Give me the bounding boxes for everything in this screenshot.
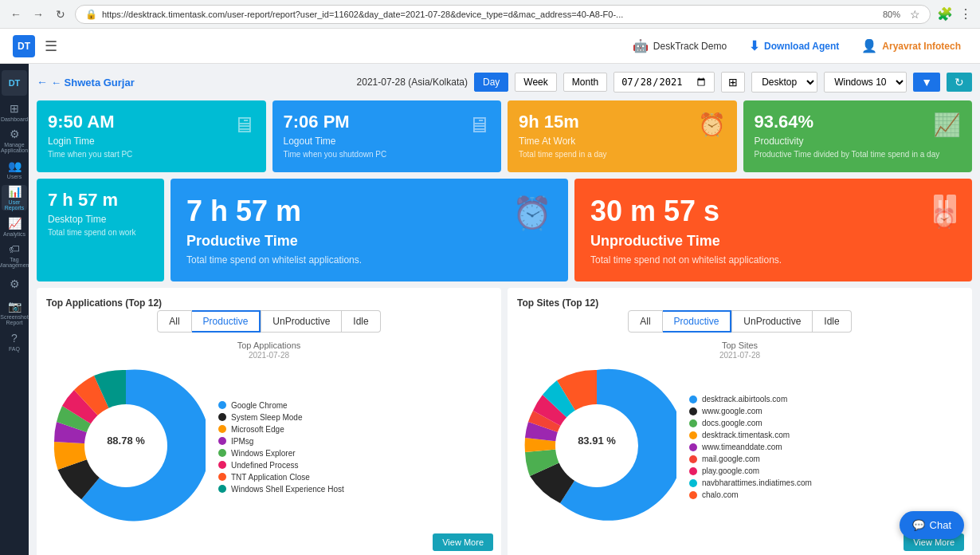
- time-at-work-icon: ⏰: [698, 112, 726, 138]
- big-stats-row: 7 h 57 m Desktop Time Total time spend o…: [37, 179, 972, 281]
- legend-site-mail: mail.google.com: [689, 455, 812, 463]
- btn-day[interactable]: Day: [474, 73, 508, 92]
- sidebar-logo: DT: [2, 70, 27, 96]
- timedate-label: www.timeanddate.com: [702, 443, 782, 451]
- sidebar-item-manage-app[interactable]: ⚙ Manage Application: [2, 128, 27, 153]
- desktrack-dot: [689, 431, 697, 439]
- sidebar-item-faq[interactable]: ? FAQ: [2, 329, 27, 354]
- main-layout: DT ⊞ Dashboard ⚙ Manage Application 👥 Us…: [0, 64, 980, 555]
- date-picker[interactable]: [613, 72, 715, 92]
- desktop-time-card: 7 h 57 m Desktop Time Total time spend o…: [37, 179, 164, 281]
- navbharat-dot: [689, 479, 697, 487]
- play-label: play.google.com: [702, 466, 759, 475]
- sleep-dot: [218, 413, 226, 421]
- device-select[interactable]: Desktop: [751, 72, 817, 92]
- legend-site-desktrack: desktrack.timentask.com: [689, 431, 812, 439]
- user-name: ← Shweta Gurjar: [51, 77, 135, 89]
- screenshot-icon: 📷: [8, 300, 22, 313]
- desktrack-aibit-label: desktrack.aibirtools.com: [702, 395, 787, 403]
- explorer-label: Windows Explorer: [231, 449, 296, 458]
- login-time-desc: Time when you start PC: [48, 150, 255, 159]
- apps-tab-all[interactable]: All: [157, 310, 191, 333]
- sites-tab-unproductive[interactable]: UnProductive: [731, 310, 813, 333]
- docs-label: docs.google.com: [702, 419, 762, 427]
- legend-item-chrome: Google Chrome: [218, 401, 344, 410]
- apps-tab-unproductive[interactable]: UnProductive: [261, 310, 342, 333]
- forward-button[interactable]: →: [30, 6, 46, 22]
- sites-pie-area: 83.91 % desktrack.aibirtools.com www.goo…: [517, 366, 962, 528]
- productive-time-card: ⏰ 7 h 57 m Productive Time Total time sp…: [171, 179, 568, 281]
- stat-cards-row: 9:50 AM Login Time Time when you start P…: [37, 100, 972, 172]
- chalo-dot: [689, 491, 697, 499]
- dashboard-label: Dashboard: [1, 116, 28, 122]
- legend-item-edge: Microsoft Edge: [218, 425, 344, 434]
- users-label: Users: [7, 174, 22, 179]
- analytics-icon: 📈: [8, 217, 22, 230]
- time-at-work-label: Time At Work: [519, 136, 726, 147]
- desktrack-aibit-dot: [689, 396, 697, 403]
- sites-tab-idle[interactable]: Idle: [813, 310, 851, 333]
- user-profile-item[interactable]: 👤 Aryavrat Infotech: [855, 35, 967, 57]
- legend-site-navbharat: navbharattimes.indiatimes.com: [689, 478, 812, 487]
- filter-button[interactable]: ▼: [913, 73, 940, 92]
- grid-view-btn[interactable]: ⊞: [721, 72, 745, 92]
- top-sites-title: Top Sites (Top 12): [517, 297, 962, 309]
- url-bar[interactable]: 🔒 https://desktrack.timentask.com/user-r…: [75, 5, 931, 24]
- legend-site-desktrack-aibit: desktrack.aibirtools.com: [689, 395, 812, 403]
- sidebar-item-analytics[interactable]: 📈 Analytics: [2, 214, 27, 239]
- reload-button[interactable]: ↻: [53, 6, 69, 22]
- time-at-work-value: 9h 15m: [519, 112, 726, 132]
- chat-icon: 💬: [912, 519, 925, 531]
- apps-tab-idle[interactable]: Idle: [342, 310, 380, 333]
- download-agent-item[interactable]: ⬇ Download Agent: [743, 35, 845, 57]
- menu-icon[interactable]: ⋮: [959, 6, 972, 22]
- back-link[interactable]: ← ← Shweta Gurjar: [37, 76, 135, 89]
- users-icon: 👥: [8, 159, 22, 172]
- back-arrow: ←: [37, 76, 48, 89]
- legend-item-sleep: System Sleep Mode: [218, 413, 344, 422]
- shell-label: Windows Shell Experience Host: [231, 485, 344, 494]
- sidebar-item-screenshot[interactable]: 📷 Screenshot Report: [2, 300, 27, 325]
- mail-label: mail.google.com: [702, 455, 760, 463]
- login-time-icon: 🖥: [233, 112, 255, 138]
- download-label: Download Agent: [764, 41, 839, 52]
- sites-tab-productive[interactable]: Productive: [663, 310, 732, 333]
- svg-text:88.78 %: 88.78 %: [107, 435, 145, 447]
- legend-site-chalo: chalo.com: [689, 490, 812, 499]
- hamburger-menu[interactable]: ☰: [45, 37, 57, 55]
- logout-time-icon: 🖥: [468, 112, 490, 138]
- sidebar-item-tags[interactable]: 🏷 Tag Management: [2, 242, 27, 268]
- apps-pie-chart: 88.78 %: [46, 366, 206, 528]
- tags-label: Tag Management: [0, 257, 29, 268]
- explorer-dot: [218, 449, 226, 457]
- desktrack-label: desktrack.timentask.com: [702, 431, 790, 439]
- apps-tab-productive[interactable]: Productive: [192, 310, 261, 333]
- chalo-label: chalo.com: [702, 490, 739, 499]
- productivity-value: 93.64%: [755, 112, 962, 132]
- analytics-label: Analytics: [3, 231, 25, 237]
- sidebar-item-reports[interactable]: 📊 User Reports: [2, 185, 27, 211]
- sidebar-item-settings[interactable]: ⚙: [2, 271, 27, 297]
- sidebar-item-dashboard[interactable]: ⊞ Dashboard: [2, 99, 27, 124]
- ipmsg-dot: [218, 437, 226, 445]
- login-time-value: 9:50 AM: [48, 112, 255, 132]
- desktrack-demo-item[interactable]: 🤖 DeskTrack Demo: [626, 35, 733, 57]
- logout-time-value: 7:06 PM: [284, 112, 491, 132]
- faq-icon: ?: [11, 332, 18, 344]
- login-time-card: 9:50 AM Login Time Time when you start P…: [37, 100, 266, 172]
- sidebar-item-users[interactable]: 👥 Users: [2, 156, 27, 182]
- os-select[interactable]: Windows 10: [824, 72, 907, 92]
- btn-week[interactable]: Week: [515, 73, 556, 92]
- back-button[interactable]: ←: [8, 6, 24, 22]
- btn-month[interactable]: Month: [563, 73, 607, 92]
- google-label: www.google.com: [702, 407, 762, 415]
- desktrack-icon: 🤖: [633, 38, 649, 53]
- apps-view-more-button[interactable]: View More: [433, 533, 493, 551]
- extensions-icon[interactable]: 🧩: [937, 6, 953, 22]
- date-display: 2021-07-28 (Asia/Kolkata): [357, 77, 468, 88]
- chat-button[interactable]: 💬 Chat: [900, 511, 964, 539]
- header-row: ← ← Shweta Gurjar 2021-07-28 (Asia/Kolka…: [37, 72, 972, 92]
- manage-app-icon: ⚙: [10, 128, 20, 140]
- refresh-button[interactable]: ↻: [947, 73, 972, 92]
- sites-tab-all[interactable]: All: [628, 310, 662, 333]
